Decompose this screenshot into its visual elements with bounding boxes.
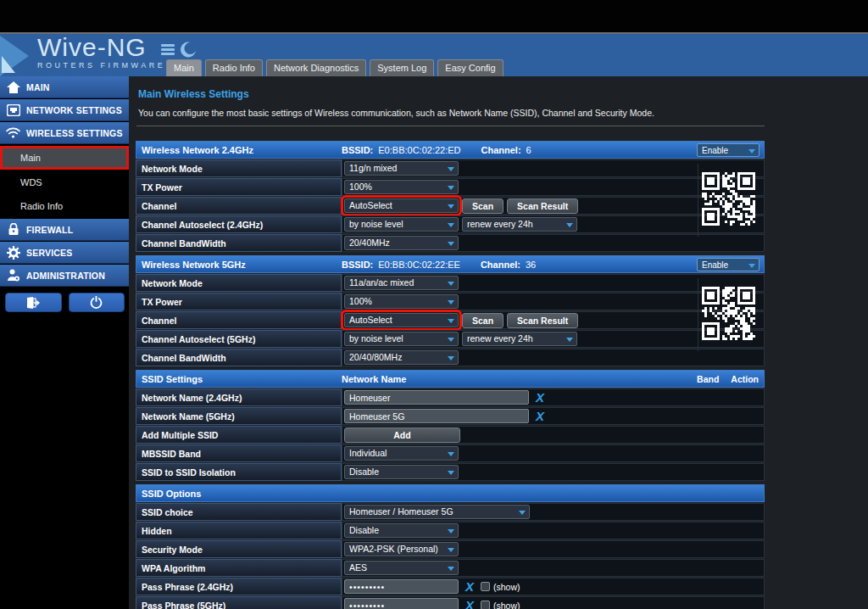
section-ssid-settings: SSID Settings Network Name Band Action N… (136, 370, 765, 481)
settings-row: Channel BandWidth 20/40/80MHz (136, 349, 765, 366)
section-header-ssid-settings: SSID Settings Network Name Band Action (136, 370, 765, 388)
menu-icon[interactable] (161, 44, 175, 55)
action-column: Action (731, 374, 759, 384)
bssid-label: BSSID: (342, 145, 373, 155)
show-password-checkbox-24[interactable] (481, 582, 490, 591)
settings-row: Pass Phrase (2.4GHz) Χ (show) (136, 578, 765, 595)
admin-icon (6, 268, 20, 282)
sidebar-item-main[interactable]: MAIN (0, 76, 129, 98)
tab-radio-info[interactable]: Radio Info (205, 59, 263, 76)
sidebar-item-wireless-settings[interactable]: WIRELESS SETTINGS (0, 122, 129, 144)
autoselect-mode-select-24[interactable]: by noise level (344, 217, 459, 232)
app-header: Wive-NG ROUTERS FIRMWARE Main Radio Info… (0, 32, 868, 76)
tab-network-diagnostics[interactable]: Network Diagnostics (266, 59, 366, 76)
settings-row: Channel Autoselect (5GHz) by noise level… (136, 330, 765, 348)
autoselect-renew-select-24[interactable]: renew every 24h (462, 217, 577, 232)
wifi-qr-code-24 (698, 164, 760, 237)
section-header-ssid-options: SSID Options (136, 484, 765, 502)
page-title: Main Wireless Settings (138, 88, 249, 100)
sidebar-item-administration[interactable]: ADMINISTRATION (0, 265, 129, 287)
radio-enable-select-5[interactable]: Enable (697, 258, 760, 271)
home-icon (6, 80, 20, 94)
ssid-input-24[interactable] (344, 390, 529, 405)
dark-mode-moon-icon[interactable] (180, 41, 197, 58)
wifi-icon (6, 126, 20, 140)
logout-icon (26, 297, 40, 309)
sidebar-item-network-settings[interactable]: NETWORK SETTINGS (0, 99, 129, 121)
power-icon (90, 296, 103, 309)
top-black-bar (0, 0, 868, 32)
main-content: Main Wireless Settings You can configure… (129, 76, 868, 609)
sidebar-subitem-wds[interactable]: WDS (0, 171, 129, 193)
x-icon[interactable]: Χ (536, 410, 544, 422)
hidden-select[interactable]: Disable (344, 523, 459, 538)
sidebar-button-row (0, 288, 129, 312)
channel-select-24[interactable]: AutoSelect (344, 198, 459, 213)
settings-row: MBSSID Band Individual (136, 444, 765, 462)
settings-row: Network Mode 11g/n mixed (136, 159, 765, 177)
channel-select-5[interactable]: AutoSelect (344, 313, 459, 327)
x-icon[interactable]: Χ (465, 580, 474, 593)
settings-row: TX Power 100% (136, 293, 765, 310)
network-mode-select-24[interactable]: 11g/n mixed (344, 161, 459, 176)
bandwidth-select-24[interactable]: 20/40MHz (344, 236, 459, 250)
ssid-isolation-select[interactable]: Disable (344, 465, 459, 479)
sidebar-subitem-main[interactable]: Main (0, 146, 129, 170)
tab-easy-config[interactable]: Easy Config (437, 59, 503, 76)
ssid-input-5[interactable] (344, 409, 529, 423)
passphrase-input-5[interactable] (344, 598, 459, 609)
x-icon[interactable]: Χ (465, 599, 474, 609)
tx-power-select-5[interactable]: 100% (344, 294, 459, 309)
bssid-label: BSSID: (342, 260, 373, 270)
gear-icon (6, 245, 20, 260)
logo-icon-inner (2, 56, 15, 73)
network-mode-select-5[interactable]: 11a/an/ac mixed (344, 276, 459, 290)
autoselect-renew-select-5[interactable]: renew every 24h (462, 332, 577, 346)
settings-row: WPA Algorithm AES (136, 559, 765, 577)
scan-button-5[interactable]: Scan (462, 313, 504, 328)
settings-row: Security Mode WPA2-PSK (Personal) (136, 540, 765, 558)
settings-row: Channel AutoSelect Scan Scan Result (136, 311, 765, 329)
scan-button-24[interactable]: Scan (462, 198, 504, 214)
section-header-5ghz: Wireless Network 5GHz BSSID: E0:BB:0C:02… (136, 255, 765, 273)
logo-subtitle: ROUTERS FIRMWARE (37, 61, 165, 70)
scan-result-button-24[interactable]: Scan Result (507, 198, 578, 214)
settings-row: Add Multiple SSID Add (136, 426, 765, 444)
bandwidth-select-5[interactable]: 20/40/80MHz (344, 350, 459, 365)
show-password-checkbox-5[interactable] (481, 601, 490, 609)
logo-title: Wive-NG (37, 34, 165, 61)
radio-enable-select-24[interactable]: Enable (697, 143, 760, 157)
x-icon[interactable]: Χ (536, 391, 544, 404)
add-ssid-button[interactable]: Add (344, 427, 460, 443)
sidebar-subitem-radio-info[interactable]: Radio Info (0, 195, 129, 217)
tab-system-log[interactable]: System Log (370, 59, 434, 76)
security-mode-select[interactable]: WPA2-PSK (Personal) (344, 542, 459, 556)
section-wireless-24ghz: Wireless Network 2.4GHz BSSID: E0:BB:0C:… (136, 141, 765, 252)
sidebar-item-services[interactable]: SERVICES (0, 242, 129, 264)
settings-row: Channel BandWidth 20/40MHz (136, 234, 765, 252)
bssid-value: E0:BB:0C:02:22:EE (378, 260, 460, 270)
mbssid-band-select[interactable]: Individual (344, 446, 459, 461)
autoselect-mode-select-5[interactable]: by noise level (344, 332, 459, 346)
passphrase-input-24[interactable] (344, 579, 459, 594)
logo: Wive-NG ROUTERS FIRMWARE (37, 34, 165, 70)
lock-icon (6, 222, 20, 237)
ssid-choice-select[interactable]: Homeuser / Homeuser 5G (344, 505, 530, 519)
sidebar-item-firewall[interactable]: FIREWALL (0, 219, 129, 241)
settings-table: Wireless Network 2.4GHz BSSID: E0:BB:0C:… (136, 141, 765, 609)
bssid-value: E0:BB:0C:02:22:ED (378, 145, 460, 155)
settings-row: Channel Autoselect (2.4GHz) by noise lev… (136, 215, 765, 233)
wifi-qr-code-5 (698, 278, 760, 351)
settings-row: Network Name (5GHz) Χ (136, 407, 765, 425)
scan-result-button-5[interactable]: Scan Result (507, 313, 578, 328)
page-description: You can configure the most basic setting… (138, 108, 654, 118)
tx-power-select-24[interactable]: 100% (344, 180, 459, 194)
divider (136, 126, 765, 126)
settings-row: Channel AutoSelect Scan Scan Result (136, 197, 765, 215)
logout-button[interactable] (5, 293, 62, 312)
settings-row: SSID to SSID Isolation Disable (136, 463, 765, 481)
reboot-button[interactable] (69, 293, 125, 312)
wpa-algorithm-select[interactable]: AES (344, 561, 459, 575)
tab-main[interactable]: Main (166, 59, 202, 76)
channel-label: Channel: (481, 145, 521, 155)
